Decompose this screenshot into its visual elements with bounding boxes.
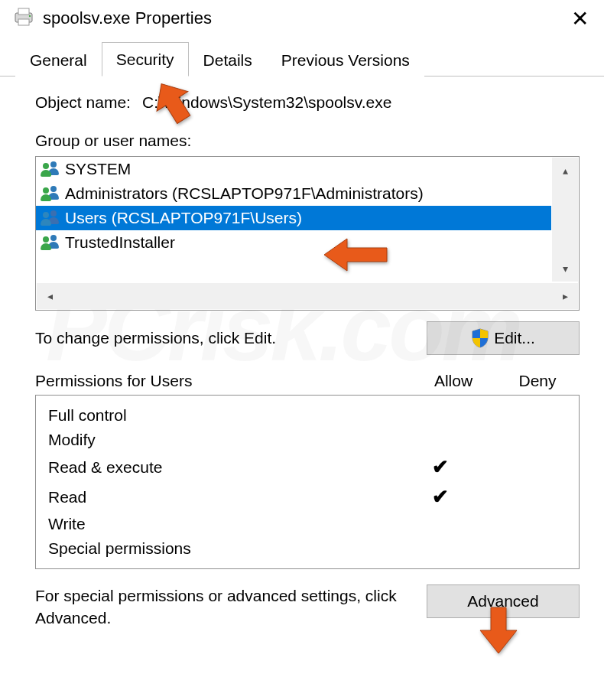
- list-item-label: Users (RCSLAPTOP971F\Users): [65, 209, 302, 227]
- svg-rect-2: [18, 19, 29, 25]
- tab-details[interactable]: Details: [189, 43, 267, 77]
- edit-button-label: Edit...: [494, 329, 535, 347]
- permission-name: Modify: [48, 431, 398, 449]
- list-item[interactable]: SYSTEM: [36, 157, 551, 181]
- list-item[interactable]: Users (RCSLAPTOP971F\Users): [36, 206, 551, 230]
- advanced-text: For special permissions or advanced sett…: [35, 584, 402, 630]
- table-row: Full control: [48, 403, 567, 428]
- object-name-label: Object name:: [35, 93, 142, 112]
- horizontal-scrollbar[interactable]: ◂ ▸: [37, 283, 578, 309]
- users-icon: [41, 235, 60, 250]
- object-name-value: C:\Windows\System32\spoolsv.exe: [142, 93, 391, 112]
- permissions-header: Permissions for Users Allow Deny: [35, 372, 580, 390]
- change-permissions-text: To change permissions, click Edit.: [35, 329, 276, 347]
- tab-general[interactable]: General: [15, 43, 102, 77]
- titlebar: spoolsv.exe Properties ✕: [0, 0, 604, 40]
- edit-button[interactable]: Edit...: [427, 321, 580, 355]
- allow-cell: ✔: [398, 455, 482, 479]
- group-user-listbox[interactable]: SYSTEM Administrators (RCSLAPTOP971F\Adm…: [35, 156, 580, 311]
- uac-shield-icon: [471, 328, 489, 348]
- list-item[interactable]: TrustedInstaller: [36, 230, 551, 255]
- svg-point-3: [29, 15, 31, 16]
- users-icon: [41, 210, 60, 226]
- deny-column-header: Deny: [495, 372, 580, 390]
- window-title: spoolsv.exe Properties: [43, 8, 568, 28]
- list-item-label: TrustedInstaller: [65, 233, 175, 252]
- permission-name: Full control: [48, 406, 398, 425]
- permission-name: Write: [48, 515, 398, 533]
- table-row: Special permissions: [48, 536, 567, 561]
- tab-bar: General Security Details Previous Versio…: [0, 40, 604, 77]
- permission-name: Read: [48, 488, 398, 506]
- close-icon[interactable]: ✕: [568, 6, 592, 31]
- allow-cell: ✔: [398, 485, 482, 509]
- svg-rect-1: [18, 8, 29, 15]
- table-row: Read & execute ✔: [48, 452, 567, 482]
- permission-name: Special permissions: [48, 539, 398, 558]
- users-icon: [41, 161, 60, 177]
- tab-security[interactable]: Security: [102, 42, 189, 77]
- scroll-up-icon[interactable]: ▴: [552, 158, 578, 184]
- scroll-down-icon[interactable]: ▾: [552, 256, 578, 282]
- tab-previous-versions[interactable]: Previous Versions: [267, 43, 424, 77]
- users-icon: [41, 186, 60, 201]
- scroll-right-icon[interactable]: ▸: [552, 283, 578, 309]
- allow-column-header: Allow: [411, 372, 495, 390]
- list-item-label: SYSTEM: [65, 160, 131, 178]
- group-user-label: Group or user names:: [35, 132, 580, 150]
- permissions-title: Permissions for Users: [35, 372, 411, 390]
- printer-icon: [12, 7, 35, 31]
- scroll-left-icon[interactable]: ◂: [37, 283, 63, 309]
- vertical-scrollbar[interactable]: ▴ ▾: [552, 158, 578, 282]
- advanced-button-label: Advanced: [467, 592, 538, 610]
- permission-name: Read & execute: [48, 458, 398, 477]
- table-row: Write: [48, 512, 567, 536]
- tab-content: Object name: C:\Windows\System32\spoolsv…: [0, 77, 604, 630]
- object-name-row: Object name: C:\Windows\System32\spoolsv…: [35, 93, 580, 112]
- table-row: Modify: [48, 428, 567, 452]
- permissions-table: Full control Modify Read & execute ✔ Rea…: [35, 395, 580, 569]
- table-row: Read ✔: [48, 482, 567, 512]
- list-item-label: Administrators (RCSLAPTOP971F\Administra…: [65, 184, 424, 203]
- advanced-button[interactable]: Advanced: [427, 584, 580, 618]
- list-item[interactable]: Administrators (RCSLAPTOP971F\Administra…: [36, 181, 551, 206]
